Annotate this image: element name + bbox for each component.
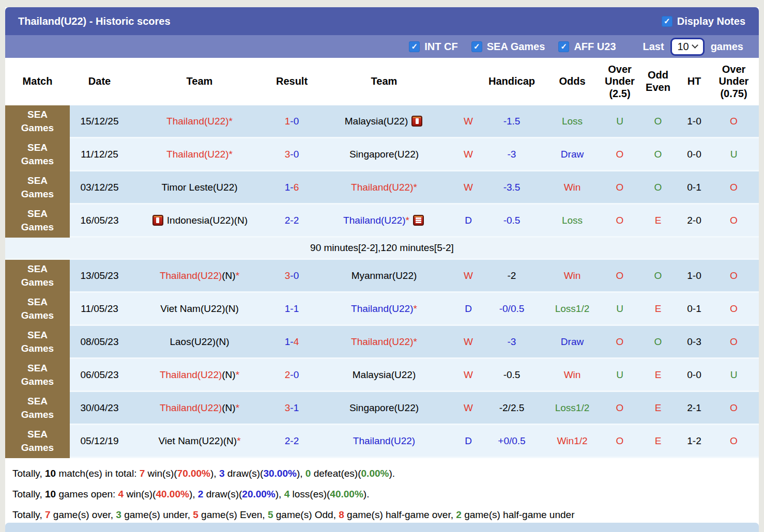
wdl-cell: W: [454, 138, 482, 171]
match-league-cell: SEA Games: [5, 392, 70, 425]
sea-games-label: SEA Games: [487, 41, 545, 53]
table-row: SEA Games16/05/23Indonesia(U22)(N)2-2Tha…: [5, 205, 759, 238]
title-bar: Thailand(U22) - Historic scores ✓ Displa…: [5, 7, 759, 35]
chevron-down-icon: [692, 42, 698, 49]
odds-cell: Draw: [541, 138, 603, 171]
over-under-075-cell: U: [709, 138, 759, 171]
filter-sea-games[interactable]: ✓ SEA Games: [471, 41, 545, 53]
wdl-cell: W: [454, 326, 482, 359]
next-section-strip: [5, 523, 759, 532]
away-team-cell: Thailand(U22)*: [314, 171, 454, 205]
over-under-075-cell: O: [709, 171, 759, 205]
match-league-cell: SEA Games: [5, 425, 70, 458]
sea-games-checkbox-icon[interactable]: ✓: [471, 41, 482, 52]
alert-note-icon[interactable]: [152, 215, 163, 226]
home-team-cell: Viet Nam(U22)(N): [129, 293, 270, 326]
over-under-25-cell: O: [603, 260, 636, 293]
wdl-cell: D: [454, 205, 482, 238]
home-team-cell: Thailand(U22)*: [129, 138, 270, 171]
historic-scores-panel: Thailand(U22) - Historic scores ✓ Displa…: [5, 7, 759, 531]
odds-cell: Win: [541, 359, 603, 392]
filter-int-cf[interactable]: ✓ INT CF: [409, 41, 457, 53]
odds-cell: Loss: [541, 105, 603, 138]
wdl-cell: W: [454, 392, 482, 425]
odds-cell: Loss: [541, 205, 603, 238]
wdl-cell: D: [454, 293, 482, 326]
odds-cell: Draw: [541, 326, 603, 359]
table-row: SEA Games11/05/23Viet Nam(U22)(N)1-1Thai…: [5, 293, 759, 326]
away-team-cell: Malaysia(U22): [314, 359, 454, 392]
match-date-cell: 30/04/23: [70, 392, 129, 425]
over-under-075-cell: O: [709, 260, 759, 293]
odds-cell: Loss1/2: [541, 392, 603, 425]
home-team-cell: Indonesia(U22)(N): [129, 205, 270, 238]
odd-even-cell: O: [636, 105, 680, 138]
wdl-cell: D: [454, 425, 482, 458]
display-notes-checkbox-icon[interactable]: ✓: [662, 16, 673, 27]
over-under-25-cell: O: [603, 425, 636, 458]
table-row: SEA Games06/05/23Thailand(U22)(N)*2-0Mal…: [5, 359, 759, 392]
result-cell: 1-0: [270, 105, 314, 138]
memo-note-icon[interactable]: [413, 215, 424, 226]
col-header-odds: Odds: [541, 58, 603, 105]
int-cf-checkbox-icon[interactable]: ✓: [409, 41, 420, 52]
odd-even-cell: E: [636, 293, 680, 326]
ht-cell: 0-0: [680, 138, 709, 171]
odds-cell: Loss1/2: [541, 293, 603, 326]
note-row: 90 minutes[2-2],120 minutes[5-2]: [5, 238, 759, 260]
last-label: Last: [643, 41, 664, 53]
wdl-cell: W: [454, 359, 482, 392]
match-league-cell: SEA Games: [5, 138, 70, 171]
display-notes-toggle[interactable]: ✓ Display Notes: [662, 15, 745, 27]
col-header-over-under-075: Over Under (0.75): [709, 58, 759, 105]
result-cell: 1-6: [270, 171, 314, 205]
handicap-cell: -3: [482, 326, 541, 359]
alert-note-icon[interactable]: [411, 116, 422, 127]
table-row: SEA Games30/04/23Thailand(U22)(N)*3-1Sin…: [5, 392, 759, 425]
match-date-cell: 05/12/19: [70, 425, 129, 458]
result-cell: 3-1: [270, 392, 314, 425]
match-date-cell: 06/05/23: [70, 359, 129, 392]
wdl-cell: W: [454, 260, 482, 293]
summary-over-under-line: Totally, 7 game(s) over, 3 game(s) under…: [12, 505, 759, 525]
result-cell: 2-0: [270, 359, 314, 392]
odds-cell: Win: [541, 171, 603, 205]
away-team-cell: Thailand(U22)*: [314, 326, 454, 359]
handicap-cell: -3.5: [482, 171, 541, 205]
col-header-team-home: Team: [129, 58, 270, 105]
col-header-handicap: Handicap: [482, 58, 541, 105]
page-title: Thailand(U22) - Historic scores: [18, 15, 171, 27]
wdl-cell: W: [454, 171, 482, 205]
odd-even-cell: O: [636, 138, 680, 171]
ht-cell: 1-0: [680, 260, 709, 293]
odd-even-cell: E: [636, 392, 680, 425]
over-under-075-cell: O: [709, 205, 759, 238]
over-under-25-cell: U: [603, 359, 636, 392]
table-row: SEA Games15/12/25Thailand(U22)*1-0Malays…: [5, 105, 759, 138]
filter-aff-u23[interactable]: ✓ AFF U23: [558, 41, 616, 53]
match-league-cell: SEA Games: [5, 326, 70, 359]
result-cell: 1-1: [270, 293, 314, 326]
col-header-date: Date: [70, 58, 129, 105]
handicap-cell: -2: [482, 260, 541, 293]
away-team-cell: Malaysia(U22): [314, 105, 454, 138]
aff-u23-label: AFF U23: [574, 41, 616, 53]
match-date-cell: 11/12/25: [70, 138, 129, 171]
result-cell: 1-4: [270, 326, 314, 359]
over-under-075-cell: O: [709, 105, 759, 138]
table-row: SEA Games11/12/25Thailand(U22)*3-0Singap…: [5, 138, 759, 171]
aff-u23-checkbox-icon[interactable]: ✓: [558, 41, 569, 52]
ht-cell: 1-0: [680, 105, 709, 138]
handicap-cell: -0.5: [482, 359, 541, 392]
table-row: SEA Games05/12/19Viet Nam(U22)(N)*2-2Tha…: [5, 425, 759, 458]
handicap-cell: +0/0.5: [482, 425, 541, 458]
home-team-cell: Thailand(U22)*: [129, 105, 270, 138]
home-team-cell: Thailand(U22)(N)*: [129, 260, 270, 293]
home-team-cell: Laos(U22)(N): [129, 326, 270, 359]
away-team-cell: Singapore(U22): [314, 138, 454, 171]
games-count-select[interactable]: 10: [670, 38, 705, 56]
away-team-cell: Thailand(U22)*: [314, 293, 454, 326]
col-header-over-under-25: Over Under (2.5): [603, 58, 636, 105]
away-team-cell: Singapore(U22): [314, 392, 454, 425]
odds-cell: Win: [541, 260, 603, 293]
